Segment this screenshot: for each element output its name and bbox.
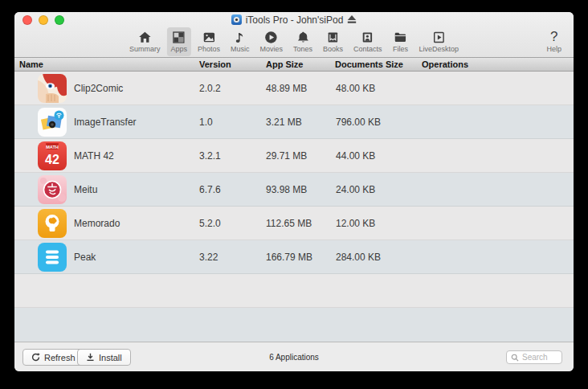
clip2comic-app-icon bbox=[38, 74, 67, 103]
itools-app-icon bbox=[231, 14, 242, 25]
tab-movies[interactable]: Movies bbox=[255, 27, 287, 56]
book-icon bbox=[325, 29, 341, 45]
window-chrome: iTools Pro - John'siPod Summary bbox=[14, 12, 574, 57]
status-bar: Refresh Install 6 Applications bbox=[14, 342, 574, 371]
app-size: 29.71 MB bbox=[266, 139, 307, 173]
table-row[interactable]: MATH42 MATH 42 3.2.1 29.71 MB 44.00 KB bbox=[14, 139, 574, 173]
help-button[interactable]: ? Help bbox=[542, 27, 566, 56]
app-size: 112.65 MB bbox=[266, 207, 312, 240]
tab-apps-label: Apps bbox=[170, 46, 187, 53]
home-icon bbox=[137, 29, 153, 45]
table-row[interactable]: ImageTransfer 1.0 3.21 MB 796.00 KB bbox=[14, 105, 574, 139]
folder-icon bbox=[393, 29, 409, 45]
search-icon bbox=[511, 354, 519, 362]
documents-size: 24.00 KB bbox=[336, 173, 375, 207]
tab-tones-label: Tones bbox=[293, 46, 312, 53]
tab-books-label: Books bbox=[323, 46, 343, 53]
help-label: Help bbox=[546, 46, 561, 53]
documents-size: 12.00 KB bbox=[336, 207, 375, 240]
app-name: ImageTransfer bbox=[74, 105, 137, 139]
column-header-documents-size[interactable]: Documents Size bbox=[335, 58, 403, 71]
bell-icon bbox=[295, 29, 311, 45]
app-size: 166.79 MB bbox=[266, 240, 312, 274]
documents-size: 796.00 KB bbox=[336, 105, 381, 139]
minimize-window-button[interactable] bbox=[39, 15, 48, 25]
documents-size: 284.00 KB bbox=[336, 240, 381, 274]
tab-contacts[interactable]: Contacts bbox=[349, 27, 386, 56]
traffic-lights bbox=[22, 15, 64, 25]
column-header-operations[interactable]: Operations bbox=[422, 58, 468, 71]
contact-card-icon bbox=[360, 29, 376, 45]
search-field[interactable] bbox=[506, 350, 562, 364]
live-desktop-icon bbox=[431, 29, 447, 45]
tab-contacts-label: Contacts bbox=[353, 46, 382, 53]
svg-text:MATH: MATH bbox=[46, 145, 59, 149]
tab-music[interactable]: Music bbox=[227, 27, 254, 56]
table-row[interactable]: Peak 3.22 166.79 MB 284.00 KB bbox=[14, 240, 574, 274]
app-size: 48.89 MB bbox=[266, 72, 307, 105]
imagetransfer-app-icon bbox=[38, 108, 67, 137]
tab-files-label: Files bbox=[393, 46, 408, 53]
tab-files[interactable]: Files bbox=[389, 27, 413, 56]
table-row[interactable]: Memorado 5.2.0 112.65 MB 12.00 KB bbox=[14, 207, 574, 240]
titlebar: iTools Pro - John'siPod bbox=[14, 12, 574, 27]
tab-livedesktop[interactable]: LiveDesktop bbox=[415, 27, 463, 56]
tab-livedesktop-label: LiveDesktop bbox=[419, 46, 459, 53]
app-name: Memorado bbox=[74, 207, 120, 240]
tab-photos[interactable]: Photos bbox=[194, 27, 224, 56]
tab-books[interactable]: Books bbox=[319, 27, 347, 56]
app-size: 3.21 MB bbox=[266, 105, 302, 139]
window-title-group: iTools Pro - John'siPod bbox=[14, 12, 574, 27]
tab-summary[interactable]: Summary bbox=[125, 27, 165, 56]
tab-photos-label: Photos bbox=[198, 46, 220, 53]
app-size: 93.98 MB bbox=[266, 173, 307, 207]
eject-icon[interactable] bbox=[347, 15, 357, 24]
toolbar-tabs: Summary Apps Photos bbox=[125, 27, 463, 57]
table-row[interactable]: Meitu 6.7.6 93.98 MB 24.00 KB bbox=[14, 173, 574, 207]
app-name: Clip2Comic bbox=[74, 72, 123, 105]
math42-app-icon: MATH42 bbox=[38, 141, 67, 170]
close-window-button[interactable] bbox=[22, 15, 32, 25]
peak-app-icon bbox=[38, 243, 67, 272]
app-list: Clip2Comic 2.0.2 48.89 MB 48.00 KB Image… bbox=[14, 72, 574, 342]
tab-music-label: Music bbox=[231, 46, 250, 53]
empty-row-stripe bbox=[14, 308, 574, 342]
tab-tones[interactable]: Tones bbox=[289, 27, 316, 56]
table-row[interactable]: Clip2Comic 2.0.2 48.89 MB 48.00 KB bbox=[14, 72, 574, 105]
app-version: 2.0.2 bbox=[199, 72, 221, 105]
documents-size: 44.00 KB bbox=[336, 139, 375, 173]
search-input[interactable] bbox=[522, 353, 557, 362]
toolbar: Summary Apps Photos bbox=[14, 27, 574, 57]
music-note-icon bbox=[232, 29, 248, 45]
tab-movies-label: Movies bbox=[259, 46, 283, 53]
zoom-window-button[interactable] bbox=[55, 15, 64, 25]
column-header-version[interactable]: Version bbox=[199, 58, 231, 71]
memorado-app-icon bbox=[38, 209, 67, 238]
question-mark-icon: ? bbox=[550, 29, 557, 45]
meitu-app-icon bbox=[38, 175, 67, 204]
svg-text:42: 42 bbox=[45, 153, 59, 166]
app-name: Peak bbox=[74, 240, 96, 274]
application-count: 6 Applications bbox=[14, 353, 574, 362]
app-version: 3.22 bbox=[199, 240, 218, 274]
app-version: 1.0 bbox=[199, 105, 213, 139]
column-header-app-size[interactable]: App Size bbox=[266, 58, 303, 71]
itools-window: iTools Pro - John'siPod Summary bbox=[14, 12, 574, 371]
app-version: 3.2.1 bbox=[199, 139, 221, 173]
app-version: 5.2.0 bbox=[199, 207, 221, 240]
window-title: iTools Pro - John'siPod bbox=[246, 14, 344, 26]
play-circle-icon bbox=[263, 29, 280, 45]
tab-apps[interactable]: Apps bbox=[166, 27, 191, 56]
empty-row-stripe bbox=[14, 274, 574, 308]
app-version: 6.7.6 bbox=[199, 173, 221, 207]
app-name: Meitu bbox=[74, 173, 97, 207]
photo-icon bbox=[201, 29, 217, 45]
column-header-name[interactable]: Name bbox=[19, 58, 43, 71]
tab-summary-label: Summary bbox=[129, 46, 161, 53]
documents-size: 48.00 KB bbox=[336, 72, 375, 105]
table-header: Name Version App Size Documents Size Ope… bbox=[14, 57, 574, 72]
apps-grid-icon bbox=[171, 29, 187, 45]
app-name: MATH 42 bbox=[74, 139, 114, 173]
